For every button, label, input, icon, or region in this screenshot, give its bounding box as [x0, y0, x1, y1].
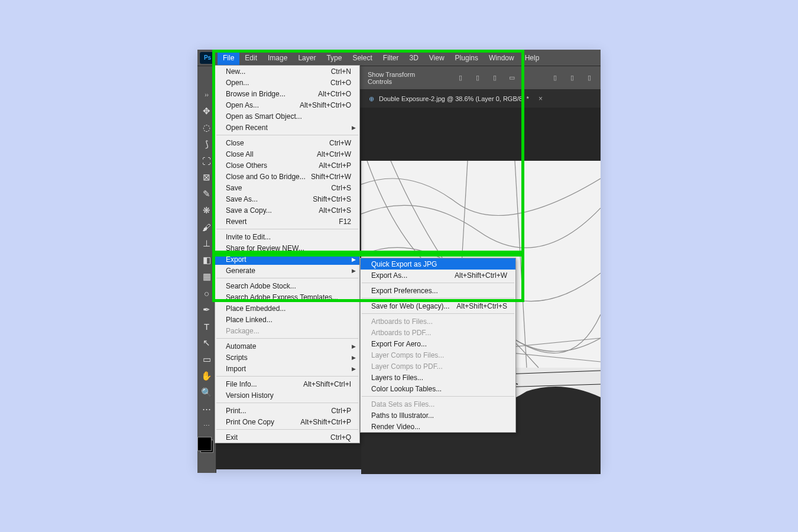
rectangle-tool[interactable]: ▭: [199, 352, 215, 366]
menu-item-label: Package...: [226, 327, 259, 335]
file-menu-print-one-copy[interactable]: Print One CopyAlt+Shift+Ctrl+P: [215, 416, 359, 427]
menu-item-label: Open As...: [226, 101, 259, 109]
move-tool[interactable]: ✥: [199, 104, 215, 118]
marquee-tool[interactable]: ◌: [199, 121, 215, 135]
submenu-arrow-icon: ▶: [352, 343, 356, 349]
file-menu-save[interactable]: SaveCtrl+S: [215, 182, 359, 193]
crop-tool[interactable]: ⛶: [199, 154, 215, 168]
menu-3d[interactable]: 3D: [404, 50, 423, 66]
export-menu-render-video[interactable]: Render Video...: [361, 421, 515, 432]
healing-tool[interactable]: ❋: [199, 203, 215, 218]
eraser-tool[interactable]: ◧: [199, 253, 215, 267]
file-menu-separator: [216, 278, 358, 278]
file-menu-share-for-review-new[interactable]: Share for Review NEW...: [215, 242, 359, 254]
menu-item-label: Version History: [226, 391, 274, 400]
export-menu-artboards-to-pdf: Artboards to PDF...: [361, 327, 515, 338]
file-menu-separator: [216, 135, 358, 135]
file-menu-exit[interactable]: ExitCtrl+Q: [215, 432, 359, 443]
menu-filter[interactable]: Filter: [378, 50, 404, 66]
lasso-tool[interactable]: ⟆: [199, 137, 215, 151]
expand-toolbar-icon[interactable]: ››: [199, 87, 215, 102]
file-menu-search-adobe-express-templates[interactable]: Search Adobe Express Templates...: [215, 291, 359, 303]
file-menu-automate[interactable]: Automate▶: [215, 340, 359, 352]
file-menu-export[interactable]: Export▶: [215, 254, 359, 265]
file-menu-open[interactable]: Open...Ctrl+O: [215, 77, 359, 88]
menu-item-shortcut: Shift+Ctrl+S: [313, 195, 351, 203]
edit-toolbar-icon[interactable]: ⋯: [199, 419, 215, 433]
menu-view[interactable]: View: [424, 50, 450, 66]
menu-layer[interactable]: Layer: [293, 50, 321, 66]
menu-item-label: Close Others: [226, 161, 267, 170]
more-tools-icon[interactable]: ⋯: [199, 402, 215, 416]
align-top-icon[interactable]: ▭: [505, 71, 518, 85]
export-menu-export-as[interactable]: Export As...Alt+Shift+Ctrl+W: [361, 270, 515, 281]
document-tab[interactable]: ⊕ Double Exposure-2.jpg @ 38.6% (Layer 0…: [369, 95, 543, 103]
export-menu-color-lookup-tables[interactable]: Color Lookup Tables...: [361, 383, 515, 394]
zoom-tool[interactable]: 🔍: [199, 385, 215, 400]
file-menu-invite-to-edit[interactable]: Invite to Edit...: [215, 231, 359, 242]
menu-item-label: Place Linked...: [226, 316, 273, 324]
menu-type[interactable]: Type: [321, 50, 347, 66]
eyedropper-tool[interactable]: ✎: [199, 187, 215, 201]
file-menu-scripts[interactable]: Scripts▶: [215, 352, 359, 363]
file-menu-browse-in-bridge[interactable]: Browse in Bridge...Alt+Ctrl+O: [215, 88, 359, 99]
file-menu-generate[interactable]: Generate▶: [215, 265, 359, 276]
file-menu-close-and-go-to-bridge[interactable]: Close and Go to Bridge...Shift+Ctrl+W: [215, 171, 359, 182]
path-tool[interactable]: ↖: [199, 336, 215, 350]
menu-file[interactable]: File: [218, 50, 239, 66]
menu-window[interactable]: Window: [484, 50, 520, 66]
file-menu-new[interactable]: New...Ctrl+N: [215, 66, 359, 77]
frame-tool[interactable]: ⊠: [199, 170, 215, 184]
file-menu-place-embedded[interactable]: Place Embedded...: [215, 303, 359, 314]
menu-image[interactable]: Image: [262, 50, 293, 66]
file-menu-open-recent[interactable]: Open Recent▶: [215, 122, 359, 133]
blur-tool[interactable]: ○: [199, 286, 215, 300]
file-menu-open-as[interactable]: Open As...Alt+Shift+Ctrl+O: [215, 99, 359, 111]
stamp-tool[interactable]: ⊥: [199, 236, 215, 251]
align-right-icon[interactable]: ▯: [488, 71, 501, 85]
close-tab-icon[interactable]: ×: [539, 95, 543, 103]
export-menu-paths-to-illustrator[interactable]: Paths to Illustrator...: [361, 410, 515, 421]
file-menu-search-adobe-stock[interactable]: Search Adobe Stock...: [215, 280, 359, 291]
menu-select[interactable]: Select: [347, 50, 377, 66]
menu-help[interactable]: Help: [520, 50, 545, 66]
menu-item-label: Color Lookup Tables...: [371, 385, 442, 393]
color-swatches[interactable]: [200, 440, 213, 453]
menu-item-shortcut: Alt+Ctrl+W: [317, 150, 351, 158]
file-menu-close[interactable]: CloseCtrl+W: [215, 137, 359, 148]
file-menu-version-history[interactable]: Version History: [215, 390, 359, 401]
export-menu-export-preferences[interactable]: Export Preferences...: [361, 285, 515, 296]
menu-item-label: Generate: [226, 267, 255, 275]
gradient-tool[interactable]: ▦: [199, 270, 215, 284]
globe-icon: ⊕: [369, 95, 374, 103]
file-menu-import[interactable]: Import▶: [215, 363, 359, 374]
distribute-icon[interactable]: ▯: [548, 71, 562, 85]
distribute-icon-2[interactable]: ▯: [565, 71, 579, 85]
file-menu-close-all[interactable]: Close AllAlt+Ctrl+W: [215, 148, 359, 160]
distribute-icon-3[interactable]: ▯: [582, 71, 596, 85]
menu-plugins[interactable]: Plugins: [450, 50, 484, 66]
photoshop-logo-icon: Ps: [200, 52, 215, 64]
pen-tool[interactable]: ✒: [199, 303, 215, 317]
file-menu-save-a-copy[interactable]: Save a Copy...Alt+Ctrl+S: [215, 205, 359, 216]
export-menu-save-for-web-legacy[interactable]: Save for Web (Legacy)...Alt+Shift+Ctrl+S: [361, 300, 515, 312]
menu-item-label: Browse in Bridge...: [226, 90, 286, 98]
hand-tool[interactable]: ✋: [199, 369, 215, 383]
file-menu-close-others[interactable]: Close OthersAlt+Ctrl+P: [215, 160, 359, 171]
brush-tool[interactable]: 🖌: [199, 220, 215, 234]
file-menu-print[interactable]: Print...Ctrl+P: [215, 405, 359, 416]
export-menu-quick-export-as-jpg[interactable]: Quick Export as JPG: [361, 258, 515, 270]
menu-edit[interactable]: Edit: [239, 50, 262, 66]
menu-item-label: Automate: [226, 342, 256, 351]
export-menu-layers-to-files[interactable]: Layers to Files...: [361, 372, 515, 383]
file-menu-revert[interactable]: RevertF12: [215, 216, 359, 227]
file-menu-file-info[interactable]: File Info...Alt+Shift+Ctrl+I: [215, 378, 359, 390]
file-menu-save-as[interactable]: Save As...Shift+Ctrl+S: [215, 193, 359, 205]
export-menu-export-for-aero[interactable]: Export For Aero...: [361, 338, 515, 349]
align-left-icon[interactable]: ▯: [454, 71, 468, 85]
type-tool[interactable]: T: [199, 319, 215, 333]
menu-item-label: Artboards to PDF...: [371, 329, 431, 337]
file-menu-place-linked[interactable]: Place Linked...: [215, 314, 359, 325]
align-center-icon[interactable]: ▯: [471, 71, 485, 85]
file-menu-open-as-smart-object[interactable]: Open as Smart Object...: [215, 111, 359, 122]
